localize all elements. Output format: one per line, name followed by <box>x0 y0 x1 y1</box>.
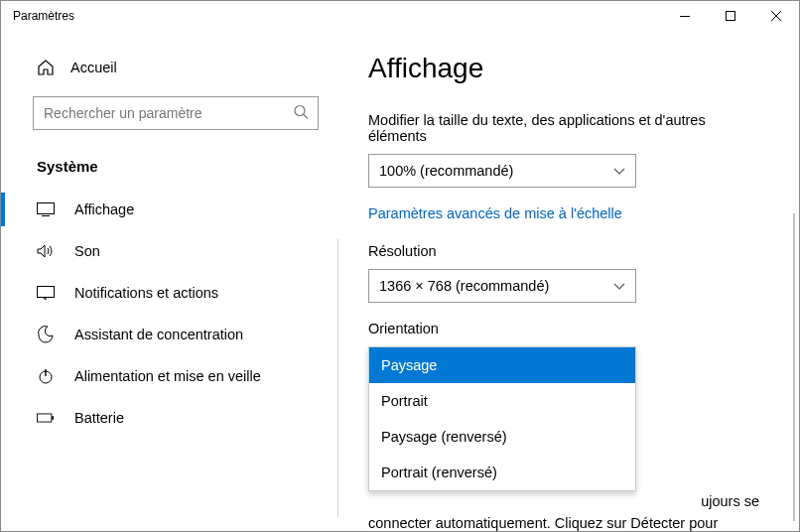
trailing-text-2: connecter automatiquement. Cliquez sur D… <box>368 515 759 531</box>
scale-value: 100% (recommandé) <box>379 163 513 179</box>
resolution-value: 1366 × 768 (recommandé) <box>379 278 549 294</box>
nav-list: Affichage Son Notifications et actions <box>1 189 338 439</box>
orientation-option-paysage[interactable]: Paysage <box>369 347 635 383</box>
chevron-down-icon <box>613 163 625 179</box>
minimize-button[interactable] <box>662 1 708 31</box>
scale-label: Modifier la taille du texte, des applica… <box>368 112 759 144</box>
svg-rect-12 <box>52 416 54 420</box>
advanced-scaling-link[interactable]: Paramètres avancés de mise à l'échelle <box>368 205 622 221</box>
window-body: Accueil Système Affichage <box>1 31 799 531</box>
home-nav[interactable]: Accueil <box>1 51 338 84</box>
window-title: Paramètres <box>13 9 662 23</box>
sidebar-item-label: Assistant de concentration <box>74 327 243 342</box>
page-title: Affichage <box>368 53 759 84</box>
resolution-select[interactable]: 1366 × 768 (recommandé) <box>368 269 636 303</box>
window-controls <box>662 1 799 31</box>
sidebar-item-label: Notifications et actions <box>74 285 218 301</box>
maximize-button[interactable] <box>708 1 753 31</box>
battery-icon <box>37 409 55 427</box>
notifications-icon <box>37 284 55 302</box>
sidebar-item-label: Alimentation et mise en veille <box>74 368 261 384</box>
orientation-label: Orientation <box>368 321 759 336</box>
sidebar-item-power[interactable]: Alimentation et mise en veille <box>1 355 338 397</box>
orientation-option-portrait-renverse[interactable]: Portrait (renversé) <box>369 455 635 490</box>
sidebar-section-header: Système <box>1 154 338 189</box>
home-icon <box>37 59 55 76</box>
svg-point-4 <box>295 106 305 116</box>
search-icon <box>293 104 309 123</box>
search-input[interactable] <box>33 96 319 130</box>
maximize-icon <box>726 11 735 21</box>
svg-rect-0 <box>680 16 690 17</box>
titlebar: Paramètres <box>1 1 799 31</box>
sound-icon <box>37 242 55 260</box>
sidebar-item-affichage[interactable]: Affichage <box>1 189 338 230</box>
focus-icon <box>37 326 55 343</box>
display-icon <box>37 200 55 218</box>
sidebar-item-focus[interactable]: Assistant de concentration <box>1 314 338 355</box>
search-wrap <box>33 96 319 130</box>
sidebar: Accueil Système Affichage <box>1 31 338 531</box>
sidebar-item-label: Son <box>74 243 100 259</box>
trailing-text: ujours se <box>368 493 759 509</box>
orientation-option-paysage-renverse[interactable]: Paysage (renversé) <box>369 419 635 455</box>
svg-line-5 <box>304 115 308 119</box>
sidebar-item-battery[interactable]: Batterie <box>1 397 338 439</box>
sidebar-item-label: Batterie <box>74 410 124 426</box>
sidebar-item-label: Affichage <box>74 201 134 217</box>
close-button[interactable] <box>753 1 799 31</box>
power-icon <box>37 367 55 385</box>
main-content: Affichage Modifier la taille du texte, d… <box>338 31 799 531</box>
orientation-option-portrait[interactable]: Portrait <box>369 383 635 419</box>
sidebar-item-son[interactable]: Son <box>1 230 338 272</box>
close-icon <box>771 11 781 21</box>
svg-rect-6 <box>38 203 55 214</box>
svg-rect-1 <box>727 12 735 21</box>
scale-select[interactable]: 100% (recommandé) <box>368 154 636 188</box>
resolution-label: Résolution <box>368 243 759 259</box>
scrollbar[interactable] <box>793 213 795 521</box>
svg-rect-8 <box>38 287 55 298</box>
sidebar-item-notifications[interactable]: Notifications et actions <box>1 272 338 314</box>
orientation-dropdown[interactable]: Paysage Portrait Paysage (renversé) Port… <box>368 346 636 491</box>
chevron-down-icon <box>613 278 625 294</box>
settings-window: Paramètres Accueil <box>0 0 800 532</box>
svg-rect-11 <box>37 414 51 422</box>
minimize-icon <box>680 16 690 17</box>
home-label: Accueil <box>70 60 117 75</box>
